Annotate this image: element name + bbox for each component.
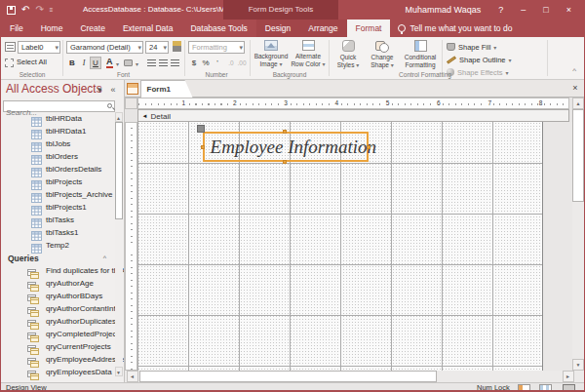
format-painter-icon[interactable]	[173, 41, 181, 52]
select-all-button[interactable]: Select All	[17, 58, 47, 66]
ruler-corner-box[interactable]	[125, 98, 137, 109]
detail-section-bar[interactable]: ◄ Detail	[137, 109, 569, 122]
tab-file[interactable]: File	[1, 20, 32, 37]
nav-shutter-icon[interactable]: «	[111, 85, 116, 95]
shape-outline-button[interactable]: Shape Outline ▾	[447, 54, 512, 65]
horizontal-ruler[interactable]: 12345678	[137, 98, 569, 109]
align-center-icon[interactable]	[159, 58, 168, 66]
underline-button[interactable]: U	[90, 57, 101, 69]
nav-item-Find duplicates for tblAuthors[interactable]: Find duplicates for tblAuthors	[1, 264, 116, 277]
nav-item-tblHRData1[interactable]: tblHRData1	[1, 125, 116, 137]
redo-icon[interactable]: ↷	[35, 5, 43, 15]
font-size-combo[interactable]: 24	[145, 41, 169, 54]
nav-group-queries[interactable]: Queries^	[1, 252, 116, 264]
shape-fill-button[interactable]: Shape Fill ▾	[447, 41, 496, 53]
nav-item-tblHRData[interactable]: tblHRData	[1, 112, 116, 125]
nav-item-tblOrdersDetails[interactable]: tblOrdersDetails	[1, 163, 116, 176]
object-selector-combo[interactable]: Label0	[18, 41, 60, 54]
document-area: Form1 × 12345678 ◄ Detail Employee Infor…	[125, 80, 584, 382]
nav-item-qryAuthorDuplicates[interactable]: qryAuthorDuplicates	[1, 315, 116, 328]
tab-home[interactable]: Home	[32, 20, 72, 37]
save-icon[interactable]	[7, 6, 16, 15]
design-surface-margin	[543, 122, 574, 371]
currency-button[interactable]: $	[188, 57, 200, 69]
scroll-left-icon[interactable]: ◄	[127, 371, 138, 382]
font-color-icon[interactable]: A	[106, 58, 113, 68]
alternate-row-color-icon	[302, 40, 315, 51]
vertical-scrollbar-thumb[interactable]	[572, 109, 584, 202]
close-button[interactable]: ×	[558, 0, 580, 20]
font-color-dropdown-icon[interactable]: ▾	[116, 60, 119, 67]
resize-handle-top[interactable]	[283, 130, 287, 134]
nav-item-qryCompletedProjects[interactable]: qryCompletedProjects	[1, 328, 116, 340]
nav-scrollbar-thumb[interactable]	[115, 122, 123, 219]
horizontal-scrollbar[interactable]: ◄ ►	[125, 371, 584, 382]
tab-external-data[interactable]: External Data	[114, 20, 182, 37]
tab-create[interactable]: Create	[71, 20, 114, 37]
nav-item-tblProjects_Archive[interactable]: tblProjects_Archive	[1, 188, 116, 201]
minimize-button[interactable]: –	[512, 0, 534, 20]
scroll-up-icon[interactable]: ▲	[572, 98, 584, 109]
tab-database-tools[interactable]: Database Tools	[181, 20, 255, 37]
maximize-button[interactable]: □	[534, 0, 557, 20]
align-right-icon[interactable]	[171, 58, 179, 66]
nav-item-label: tblProjects_Archive	[46, 190, 112, 199]
user-account[interactable]: Muhammad Waqas	[397, 0, 490, 20]
undo-icon[interactable]: ↶	[21, 5, 29, 15]
document-tab-form1[interactable]: Form1	[140, 80, 193, 98]
vertical-ruler[interactable]	[125, 122, 137, 371]
tab-design[interactable]: Design	[256, 20, 299, 37]
nav-scrollbar[interactable]: ▲ ▼	[115, 112, 123, 376]
nav-menu-icon[interactable]: ▾	[98, 85, 102, 95]
resize-handle-bottom[interactable]	[283, 160, 287, 164]
shape-fill-icon	[447, 43, 455, 51]
nav-item-qryEmployeeAddresses[interactable]: qryEmployeeAddresses	[1, 353, 116, 366]
collapse-ribbon-icon[interactable]: ^	[572, 66, 576, 75]
horizontal-scrollbar-thumb[interactable]	[139, 371, 437, 382]
scroll-down-icon[interactable]: ▼	[572, 359, 584, 371]
move-handle[interactable]	[197, 125, 205, 133]
nav-item-label: qryEmployeeAddresses	[46, 355, 125, 364]
ruler-number-3: 3	[283, 99, 289, 106]
nav-scroll-down-icon[interactable]: ▼	[115, 367, 123, 376]
tab-format[interactable]: Format	[347, 20, 391, 37]
nav-item-label: qryAuthorDuplicates	[46, 317, 116, 326]
italic-button[interactable]: I	[78, 57, 90, 69]
tab-arrange[interactable]: Arrange	[299, 20, 346, 37]
search-icon[interactable]	[107, 103, 112, 108]
nav-item-qryEmployeesData[interactable]: qryEmployeesData	[1, 366, 116, 378]
tell-me-box[interactable]: Tell me what you want to do	[390, 20, 520, 37]
nav-item-tblTasks[interactable]: tblTasks	[1, 214, 116, 226]
align-left-icon[interactable]	[147, 58, 156, 66]
comma-button[interactable]: '	[212, 57, 223, 69]
label-control-employee-information[interactable]: Employee Information	[203, 132, 369, 162]
bold-button[interactable]: B	[66, 57, 78, 69]
nav-item-tblProjects[interactable]: tblProjects	[1, 176, 116, 188]
nav-item-tblProjects1[interactable]: tblProjects1	[1, 201, 116, 214]
nav-item-qryAuthorContantInfo[interactable]: qryAuthorContantInfo	[1, 302, 116, 315]
group-collapse-icon[interactable]: ^	[103, 255, 106, 261]
scroll-right-icon[interactable]: ►	[563, 371, 574, 382]
document-close-icon[interactable]: ×	[569, 82, 581, 95]
nav-item-label: qryAuthorBDays	[46, 292, 102, 300]
nav-item-qryCurrentProjects[interactable]: qryCurrentProjects	[1, 340, 116, 353]
fill-color-icon[interactable]	[124, 59, 133, 66]
nav-item-qryAuthorBDays[interactable]: qryAuthorBDays	[1, 290, 116, 302]
nav-scroll-up-icon[interactable]: ▲	[115, 112, 123, 122]
fill-color-dropdown-icon[interactable]: ▾	[136, 60, 138, 67]
nav-item-label: qryAuthorAge	[46, 279, 94, 288]
nav-item-tblJobs[interactable]: tblJobs	[1, 137, 116, 150]
font-name-combo[interactable]: Garamond (Detail)	[66, 41, 143, 54]
nav-item-tblTasks1[interactable]: tblTasks1	[1, 226, 116, 239]
percent-button[interactable]: %	[200, 57, 212, 69]
resize-handle-right[interactable]	[367, 145, 370, 149]
nav-item-tblOrders[interactable]: tblOrders	[1, 150, 116, 163]
nav-item-qryAuthorAge[interactable]: qryAuthorAge	[1, 277, 116, 290]
number-format-combo[interactable]: Formatting	[188, 41, 245, 54]
customize-quick-access-icon[interactable]: ≡	[50, 7, 54, 13]
help-button[interactable]: ?	[489, 0, 512, 20]
vertical-scrollbar[interactable]: ▲ ▼	[572, 98, 584, 382]
resize-handle-left[interactable]	[201, 145, 205, 149]
decrease-decimal-icon[interactable]: .00	[236, 57, 248, 69]
nav-item-Temp2[interactable]: Temp2	[1, 239, 116, 252]
